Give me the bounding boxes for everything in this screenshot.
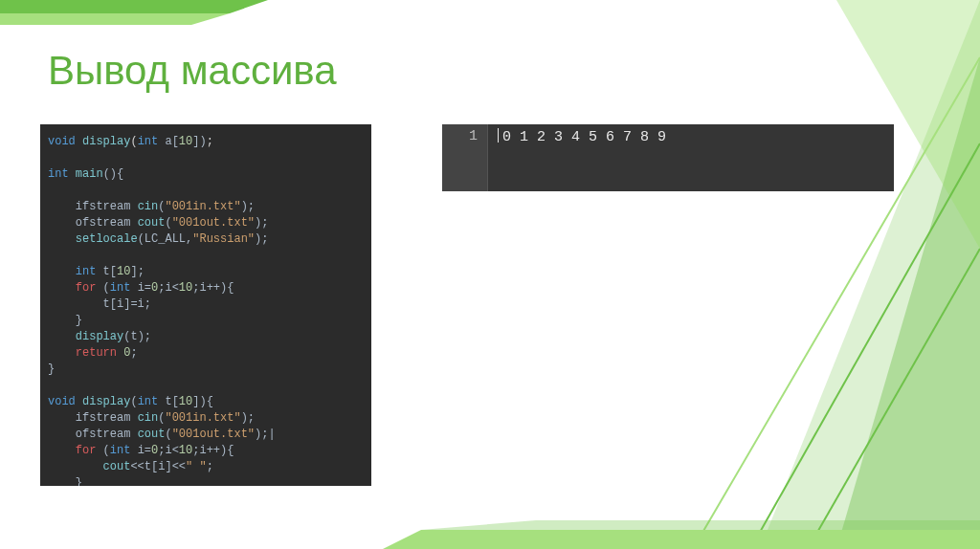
output-panel: 1 0 1 2 3 4 5 6 7 8 9 <box>442 124 894 191</box>
decor-right <box>693 0 980 549</box>
kw-int: int <box>76 265 97 278</box>
num-0: 0 <box>123 346 130 360</box>
decor-bottom <box>0 520 980 549</box>
for-sig: ;i++){ <box>192 444 234 457</box>
brace-close2: } <box>48 476 82 486</box>
for-a: i= <box>130 281 151 295</box>
size-10: 10 <box>179 135 192 148</box>
output-text: 0 1 2 3 4 5 6 7 8 9 <box>502 129 666 145</box>
decor-top-left <box>0 0 287 38</box>
svg-marker-5 <box>0 530 980 549</box>
svg-marker-6 <box>421 520 980 530</box>
kw-int: int <box>48 167 69 181</box>
cout-stream: cout <box>103 460 131 473</box>
code-block: void display(int a[10]); int main(){ ifs… <box>40 124 371 486</box>
decl-t: t[ <box>96 265 117 278</box>
cin2: cin <box>138 411 159 425</box>
output-line-number: 1 <box>442 124 488 191</box>
str-locale: "Russian" <box>192 232 255 246</box>
for-b: ;i< <box>158 281 179 295</box>
svg-marker-2 <box>760 0 980 549</box>
num-0: 0 <box>151 444 158 457</box>
brace-close: } <box>48 314 82 327</box>
kw-void: void <box>48 135 76 148</box>
str-out: "001out.txt" <box>172 216 255 230</box>
svg-marker-0 <box>0 0 268 13</box>
kw-int: int <box>110 444 131 457</box>
kw-int: int <box>110 281 131 295</box>
num-10: 10 <box>179 444 192 457</box>
output-body: 0 1 2 3 4 5 6 7 8 9 <box>488 124 894 191</box>
slide: Вывод массива void display(int a[10]); i… <box>0 0 980 549</box>
stmt-ifstream2: ifstream <box>48 411 138 425</box>
fn-display-decl: display <box>82 135 130 148</box>
param-t: t[ <box>158 395 179 408</box>
kw-for2: for <box>76 444 97 457</box>
fn-display-call: display <box>76 330 123 343</box>
kw-int: int <box>138 395 159 408</box>
num-10: 10 <box>179 281 192 295</box>
kw-int: int <box>138 135 159 148</box>
str-in2: "001in.txt" <box>165 411 240 425</box>
num-10: 10 <box>117 265 130 278</box>
for-c: ;i++){ <box>192 281 234 295</box>
semicolon: ; <box>207 135 213 148</box>
kw-void: void <box>48 395 76 408</box>
cout2: cout <box>138 428 166 441</box>
fn-main: main <box>76 167 103 181</box>
stmt-ifstream: ifstream <box>48 200 138 213</box>
paren: ( <box>130 135 137 148</box>
kw-for: for <box>76 281 97 295</box>
caret: | <box>268 428 275 441</box>
fn-display-def: display <box>82 395 130 408</box>
text-cursor <box>498 128 499 143</box>
call-arg: (t); <box>123 330 151 343</box>
str-in: "001in.txt" <box>165 200 240 213</box>
param-a: a <box>158 135 171 148</box>
stream-a: <<t[i]<< <box>130 460 186 473</box>
svg-marker-1 <box>0 13 230 25</box>
stmt-ofstream2: ofstream <box>48 428 138 441</box>
kw-return: return <box>76 346 117 360</box>
cin: cin <box>138 200 159 213</box>
slide-title: Вывод массива <box>48 48 337 94</box>
str-space: " " <box>186 460 207 473</box>
num-10: 10 <box>179 395 192 408</box>
fn-setlocale: setlocale <box>76 232 138 246</box>
cout: cout <box>138 216 166 230</box>
loop-body: t[i]=i; <box>48 297 151 311</box>
str-out2: "001out.txt" <box>172 428 255 441</box>
stmt-ofstream: ofstream <box>48 216 138 230</box>
